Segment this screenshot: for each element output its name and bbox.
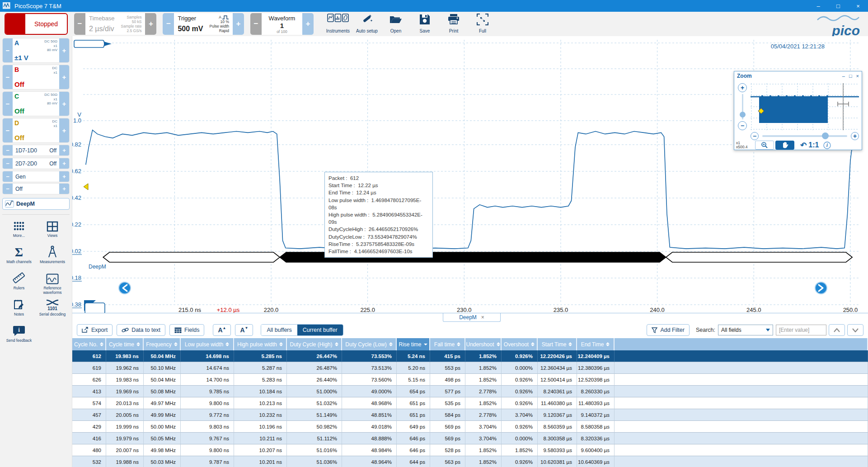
zoom-ratio-button[interactable]: 1:1 bbox=[808, 141, 819, 149]
gen-increase-button[interactable]: + bbox=[59, 171, 69, 182]
digital-decrease-button[interactable]: − bbox=[3, 158, 13, 169]
tab-close-icon[interactable]: × bbox=[481, 314, 484, 321]
open-button[interactable]: Open bbox=[381, 13, 410, 35]
print-button[interactable]: Print bbox=[439, 13, 468, 35]
gen-decrease-button[interactable]: − bbox=[3, 171, 13, 182]
channel-decrease-button[interactable]: − bbox=[3, 118, 13, 142]
channel-b-card[interactable]: − B DCx1 Off + bbox=[2, 65, 70, 90]
tool-rulers[interactable]: Rulers bbox=[2, 271, 36, 297]
stop-start-button[interactable]: Stopped bbox=[5, 13, 68, 35]
pan-tool-button[interactable] bbox=[775, 141, 794, 150]
search-previous-button[interactable] bbox=[829, 324, 845, 336]
tool-views[interactable]: Views bbox=[36, 218, 69, 245]
column-header-cycle-time[interactable]: Cycle time bbox=[106, 338, 144, 350]
channel-decrease-button[interactable]: − bbox=[3, 38, 13, 62]
font-decrease-button[interactable]: A▼ bbox=[235, 324, 253, 336]
column-header-end-time[interactable]: End Time bbox=[577, 338, 615, 350]
timebase-increase-button[interactable]: + bbox=[145, 13, 156, 35]
decode-packet-open[interactable] bbox=[103, 252, 280, 262]
waveform-next-button[interactable]: + bbox=[302, 13, 314, 35]
timebase-panel[interactable]: Timebase 2 µs/div Samples 50 kS Sample r… bbox=[85, 13, 145, 35]
timebase-decrease-button[interactable]: − bbox=[74, 13, 85, 35]
undo-zoom-icon[interactable]: ↶ bbox=[800, 141, 807, 150]
column-header-cycle-no[interactable]: Cycle No. bbox=[72, 338, 106, 350]
table-row[interactable]: 41319.969 ns50.08 MHz9.785 ns10.184 ns51… bbox=[72, 386, 868, 397]
gen-increase-button[interactable]: + bbox=[59, 184, 69, 194]
buffer-position-widget[interactable] bbox=[84, 300, 105, 313]
channel-increase-button[interactable]: + bbox=[59, 118, 69, 142]
digital-channel-2d7-2d0[interactable]: − 2D7-2D0 Off + bbox=[2, 158, 70, 169]
zoom-in-horizontal-button[interactable]: + bbox=[851, 132, 859, 140]
table-row[interactable]: 41619.979 ns50.05 MHz9.767 ns10.211 ns51… bbox=[72, 433, 868, 444]
maximize-button[interactable]: □ bbox=[828, 3, 848, 9]
channel-body[interactable]: B DCx1 Off bbox=[13, 65, 59, 89]
zoom-vertical-slider[interactable] bbox=[742, 94, 743, 119]
table-row-selected[interactable]: 61219.983 ns50.04 MHz14.698 ns5.285 ns26… bbox=[72, 350, 868, 362]
column-header-fall-time[interactable]: Fall time bbox=[430, 338, 465, 350]
all-buffers-button[interactable]: All buffers bbox=[261, 325, 297, 335]
scroll-left-button[interactable] bbox=[119, 282, 131, 294]
search-field-dropdown[interactable]: All fields bbox=[718, 325, 773, 335]
tool-send-feedback[interactable]: i Send feedback bbox=[2, 323, 36, 349]
channel-d-card[interactable]: − D DCx1 Off + bbox=[2, 118, 70, 143]
table-row[interactable]: 61919.962 ns50.10 MHz14.674 ns5.287 ns26… bbox=[72, 362, 868, 374]
table-row[interactable]: 42919.999 ns50.00 MHz9.803 ns10.196 ns50… bbox=[72, 421, 868, 433]
tool-more[interactable]: More... bbox=[2, 218, 36, 245]
zoom-window-titlebar[interactable]: Zoom – □ × bbox=[734, 71, 862, 80]
zoom-close-button[interactable]: × bbox=[856, 73, 859, 79]
data-to-text-button[interactable]: Data to text bbox=[117, 324, 165, 336]
zoom-overview-window[interactable]: Zoom – □ × + − − + x1 x500.4 bbox=[734, 71, 862, 150]
column-header-low-pulse-width[interactable]: Low pulse width bbox=[181, 338, 234, 350]
digital-channel-1d7-1d0[interactable]: − 1D7-1D0 Off + bbox=[2, 145, 70, 156]
tool-math-channels[interactable]: Σ Math channels bbox=[2, 245, 36, 271]
fields-button[interactable]: Fields bbox=[169, 324, 204, 336]
column-header-frequency[interactable]: Frequency bbox=[144, 338, 181, 350]
channel-body[interactable]: D DCx1 Off bbox=[13, 118, 59, 142]
decode-packet-open[interactable] bbox=[666, 252, 852, 262]
tool-measurements[interactable]: Measurements bbox=[36, 245, 69, 271]
column-header-duty-cycle-low[interactable]: Duty Cycle (Low) bbox=[342, 338, 397, 350]
tool-notes[interactable]: Notes bbox=[2, 297, 36, 323]
channel-c-card[interactable]: − C DC 50Ωx180 mV Off + bbox=[2, 91, 70, 116]
auto-setup-button[interactable]: Auto setup bbox=[352, 13, 381, 35]
table-row[interactable]: 57420.013 ns49.97 MHz9.800 ns10.213 ns51… bbox=[72, 397, 868, 409]
column-header-overshoot[interactable]: Overshoot bbox=[502, 338, 538, 350]
channel-decrease-button[interactable]: − bbox=[3, 65, 13, 89]
digital-increase-button[interactable]: + bbox=[59, 145, 69, 156]
full-button[interactable]: Full bbox=[468, 13, 497, 35]
export-button[interactable]: Export bbox=[77, 324, 113, 336]
column-header-high-pulse-width[interactable]: High pulse width bbox=[234, 338, 287, 350]
search-value-input[interactable]: [Enter value] bbox=[776, 325, 826, 335]
zoom-out-horizontal-button[interactable]: − bbox=[751, 132, 759, 140]
stop-icon[interactable] bbox=[5, 14, 25, 34]
zoom-tool-button[interactable] bbox=[755, 141, 774, 150]
tool-reference-waveforms[interactable]: Reference waveforms bbox=[36, 271, 69, 297]
channel-increase-button[interactable]: + bbox=[59, 92, 69, 116]
waveform-prev-button[interactable]: − bbox=[250, 13, 262, 35]
channel-decrease-button[interactable]: − bbox=[3, 92, 13, 116]
trigger-level-marker[interactable] bbox=[84, 184, 88, 190]
minimize-button[interactable]: – bbox=[808, 3, 828, 9]
column-header-duty-cycle-high[interactable]: Duty Cycle (High) bbox=[287, 338, 342, 350]
channel-body[interactable]: C DC 50Ωx180 mV Off bbox=[13, 92, 59, 116]
zoom-horizontal-slider[interactable] bbox=[762, 135, 847, 137]
column-header-rise-time[interactable]: Rise time bbox=[397, 338, 430, 350]
zoom-in-vertical-button[interactable]: + bbox=[738, 83, 747, 92]
channel-increase-button[interactable]: + bbox=[59, 65, 69, 89]
add-filter-button[interactable]: Add Filter bbox=[647, 324, 690, 336]
close-button[interactable]: × bbox=[848, 3, 868, 9]
column-header-start-time[interactable]: Start Time bbox=[538, 338, 577, 350]
digital-decrease-button[interactable]: − bbox=[3, 145, 13, 156]
instruments-button[interactable]: Instruments bbox=[324, 13, 352, 35]
gen-decrease-button[interactable]: − bbox=[3, 184, 13, 194]
table-row[interactable]: 62619.983 ns50.04 MHz14.700 ns5.283 ns26… bbox=[72, 374, 868, 386]
trigger-time-marker[interactable] bbox=[74, 40, 110, 47]
search-next-button[interactable] bbox=[847, 324, 863, 336]
zoom-minimize-button[interactable]: – bbox=[842, 73, 845, 79]
trigger-increase-button[interactable]: + bbox=[233, 13, 244, 35]
channel-a-card[interactable]: − A DC 50Ωx180 mV ±1 V + bbox=[2, 38, 70, 63]
zoom-out-vertical-button[interactable]: − bbox=[738, 121, 747, 130]
digital-increase-button[interactable]: + bbox=[59, 158, 69, 169]
deepm-probe-button[interactable]: DeepM bbox=[2, 198, 70, 210]
current-buffer-button[interactable]: Current buffer bbox=[297, 325, 343, 335]
